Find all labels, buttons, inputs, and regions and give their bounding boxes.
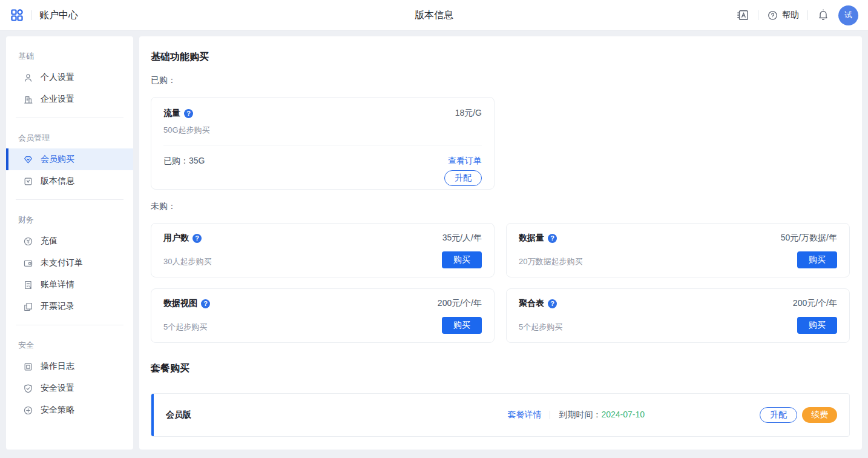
sidebar-item-invoice-records[interactable]: 开票记录 bbox=[6, 296, 133, 317]
help-button[interactable]: 帮助 bbox=[767, 10, 799, 21]
help-badge-icon[interactable]: ? bbox=[192, 234, 202, 243]
user-icon bbox=[23, 73, 33, 83]
language-contact-icon[interactable] bbox=[736, 8, 749, 22]
buy-button[interactable]: 购买 bbox=[442, 251, 482, 268]
wallet-icon bbox=[23, 258, 33, 268]
purchased-card-traffic: 流量 ? 18元/G 50G起步购买 已购：35G 查看订单 升配 bbox=[151, 97, 495, 190]
sidebar-item-label: 个人设置 bbox=[41, 72, 74, 83]
card-price: 200元/个/年 bbox=[793, 298, 837, 309]
coin-icon bbox=[23, 236, 33, 247]
sidebar-item-operation-log[interactable]: 操作日志 bbox=[6, 356, 133, 377]
help-badge-icon[interactable]: ? bbox=[548, 299, 557, 308]
package-details-link[interactable]: 套餐详情 bbox=[507, 410, 541, 420]
sidebar-item-bill-details[interactable]: 账单详情 bbox=[6, 274, 133, 296]
buy-button[interactable]: 购买 bbox=[797, 317, 837, 334]
feature-card-data-volume: 数据量 ? 50元/万数据/年 20万数据起步购买 购买 bbox=[506, 223, 850, 277]
package-section-title: 套餐购买 bbox=[151, 362, 850, 375]
sidebar-item-label: 账单详情 bbox=[41, 279, 74, 290]
package-card-member: 会员版 套餐详情 到期时间：2024-07-10 升配 续费 bbox=[151, 393, 850, 437]
card-min-purchase: 5个起步购买 bbox=[163, 322, 207, 333]
card-title: 用户数 bbox=[163, 233, 189, 244]
sidebar-item-label: 未支付订单 bbox=[41, 257, 83, 268]
notification-bell-icon[interactable] bbox=[817, 8, 830, 22]
topbar-divider bbox=[807, 10, 808, 20]
page-title: 版本信息 bbox=[415, 9, 453, 22]
view-order-link[interactable]: 查看订单 bbox=[448, 156, 482, 167]
expiry-label: 到期时间： bbox=[559, 410, 601, 419]
package-name: 会员版 bbox=[166, 410, 191, 420]
sidebar: 基础 个人设置 企业设置 会员管理 bbox=[6, 36, 133, 450]
log-icon bbox=[23, 362, 33, 372]
sidebar-divider bbox=[16, 325, 123, 325]
version-icon bbox=[23, 176, 33, 187]
sidebar-item-enterprise-settings[interactable]: 企业设置 bbox=[6, 88, 133, 110]
invoice-icon bbox=[23, 302, 33, 312]
buy-button[interactable]: 购买 bbox=[797, 251, 837, 268]
sidebar-item-member-purchase[interactable]: 会员购买 bbox=[6, 148, 133, 170]
sidebar-section-finance: 财务 bbox=[6, 207, 133, 230]
sidebar-item-label: 安全策略 bbox=[41, 405, 74, 416]
sidebar-item-personal-settings[interactable]: 个人设置 bbox=[6, 67, 133, 88]
sidebar-divider bbox=[16, 199, 123, 200]
expiry-date: 2024-07-10 bbox=[601, 410, 645, 419]
card-title: 流量 bbox=[163, 108, 180, 119]
owned-amount: 已购：35G bbox=[163, 156, 205, 167]
sidebar-item-security-policy[interactable]: 安全策略 bbox=[6, 399, 133, 421]
avatar[interactable]: 试 bbox=[838, 5, 858, 25]
help-badge-icon[interactable]: ? bbox=[184, 109, 193, 118]
sidebar-item-label: 会员购买 bbox=[41, 154, 74, 165]
shield-check-icon bbox=[23, 383, 33, 394]
feature-card-users: 用户数 ? 35元/人/年 30人起步购买 购买 bbox=[151, 223, 495, 277]
topbar-divider bbox=[758, 10, 758, 20]
unpurchased-label: 未购： bbox=[151, 201, 850, 212]
sidebar-item-label: 充值 bbox=[41, 236, 58, 247]
card-min-purchase: 30人起步购买 bbox=[163, 256, 211, 267]
sidebar-section-membership: 会员管理 bbox=[6, 125, 133, 148]
sidebar-item-label: 版本信息 bbox=[41, 176, 74, 187]
card-min-purchase: 50G起步购买 bbox=[163, 125, 482, 145]
building-icon bbox=[23, 95, 33, 105]
topbar-divider bbox=[31, 10, 32, 20]
sidebar-item-label: 企业设置 bbox=[41, 94, 74, 105]
gem-icon bbox=[23, 154, 33, 165]
help-label: 帮助 bbox=[782, 10, 799, 21]
unpurchased-cards-grid: 用户数 ? 35元/人/年 30人起步购买 购买 数据量 ? 50元/万数据/年… bbox=[151, 223, 850, 343]
card-title: 数据视图 bbox=[163, 298, 197, 309]
card-title: 数据量 bbox=[519, 233, 544, 244]
renew-button[interactable]: 续费 bbox=[802, 407, 837, 423]
main-content: 基础功能购买 已购： 流量 ? 18元/G 50G起步购买 已购：35G 查看订… bbox=[139, 36, 862, 450]
upgrade-button[interactable]: 升配 bbox=[444, 170, 482, 186]
card-price: 35元/人/年 bbox=[442, 233, 482, 244]
help-circle-icon bbox=[767, 10, 778, 21]
sidebar-item-label: 安全设置 bbox=[41, 383, 74, 394]
app-grid-icon[interactable] bbox=[10, 8, 24, 22]
sidebar-item-recharge[interactable]: 充值 bbox=[6, 230, 133, 252]
purchased-label: 已购： bbox=[151, 75, 850, 86]
sidebar-item-security-settings[interactable]: 安全设置 bbox=[6, 377, 133, 399]
topbar: 账户中心 版本信息 帮助 试 bbox=[0, 0, 868, 31]
sidebar-item-unpaid-orders[interactable]: 未支付订单 bbox=[6, 252, 133, 274]
feature-card-aggregate-table: 聚合表 ? 200元/个/年 5个起步购买 购买 bbox=[506, 288, 850, 343]
card-title: 聚合表 bbox=[519, 298, 544, 309]
sidebar-section-security: 安全 bbox=[6, 333, 133, 356]
upgrade-button[interactable]: 升配 bbox=[760, 407, 797, 423]
card-price: 200元/个/年 bbox=[438, 298, 482, 309]
bill-icon bbox=[23, 280, 33, 290]
buy-button[interactable]: 购买 bbox=[442, 317, 482, 334]
divider bbox=[550, 411, 550, 419]
card-min-purchase: 20万数据起步购买 bbox=[519, 256, 582, 267]
card-price: 18元/G bbox=[455, 108, 482, 119]
sidebar-item-label: 操作日志 bbox=[41, 361, 74, 372]
card-price: 50元/万数据/年 bbox=[781, 233, 837, 244]
help-badge-icon[interactable]: ? bbox=[548, 234, 557, 243]
sidebar-divider bbox=[16, 118, 123, 118]
sidebar-section-basic: 基础 bbox=[6, 44, 133, 67]
feature-card-data-view: 数据视图 ? 200元/个/年 5个起步购买 购买 bbox=[151, 288, 495, 343]
help-badge-icon[interactable]: ? bbox=[201, 299, 210, 308]
basic-section-title: 基础功能购买 bbox=[151, 51, 850, 64]
app-title: 账户中心 bbox=[39, 9, 78, 22]
sidebar-item-version-info[interactable]: 版本信息 bbox=[6, 170, 133, 192]
sidebar-item-label: 开票记录 bbox=[41, 301, 74, 312]
circle-plus-icon bbox=[23, 405, 33, 416]
card-min-purchase: 5个起步购买 bbox=[519, 322, 562, 333]
